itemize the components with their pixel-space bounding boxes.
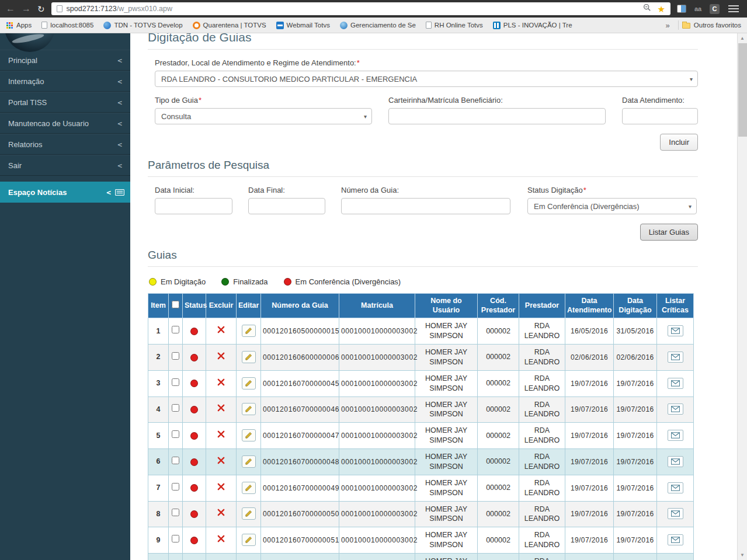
address-bar[interactable]: spod2721:7123/w_pwsx010.apw ★ [51,2,670,15]
cell-matricula: 000100010000003002 [339,370,415,396]
bookmark-star-icon[interactable]: ★ [658,5,665,13]
edit-pencil-icon[interactable] [242,351,256,363]
sidebar-item-internação[interactable]: Internação< [0,71,130,92]
cell-listar-criticas [657,396,694,423]
bookmark-item[interactable]: PLS - INOVAÇÃO | Tre [493,22,572,29]
sidebar-item-espaco-noticias[interactable]: Espaço Notícias < [0,182,130,203]
incluir-button[interactable]: Incluir [660,134,698,151]
edit-pencil-icon[interactable] [242,534,256,546]
required-mark: * [583,186,586,194]
row-checkbox[interactable] [172,404,179,412]
listar-guias-button[interactable]: Listar Guias [640,224,698,241]
delete-icon[interactable] [217,430,225,438]
delete-icon[interactable] [217,326,225,333]
mail-envelope-icon[interactable] [668,482,683,493]
delete-icon[interactable] [217,352,225,360]
bookmarks-overflow-chevron[interactable]: » [661,21,675,30]
required-mark: * [199,96,201,105]
data-atendimento-input[interactable] [622,108,698,124]
cell-excluir [206,370,237,396]
cell-data-atendimento: 19/07/2016 [565,449,614,475]
reload-button[interactable]: ↻ [37,5,45,13]
sidebar-item-sair[interactable]: Sair< [0,155,130,176]
mail-envelope-icon[interactable] [668,404,683,415]
delete-icon[interactable] [217,404,225,412]
status-dot [190,510,198,518]
browser-menu-icon[interactable] [728,8,739,9]
edit-pencil-icon[interactable] [242,507,256,520]
extension-window-icon[interactable] [677,5,686,13]
edit-pencil-icon[interactable] [242,377,256,389]
cell-data-digitacao: 19/07/2016 [614,370,657,396]
cell-editar [237,318,261,345]
bookmark-item[interactable]: TDN - TOTVS Develop [103,22,182,29]
row-checkbox[interactable] [172,430,179,438]
bookmark-item[interactable]: Apps [6,22,32,29]
edit-pencil-icon[interactable] [242,403,256,415]
data-final-input[interactable] [248,198,325,214]
tipo-guia-select[interactable]: Consulta ▾ [155,108,372,124]
cell-select [169,370,183,396]
bookmark-item[interactable]: Quarentena | TOTVS [193,22,266,29]
delete-icon[interactable] [217,378,225,386]
row-checkbox[interactable] [172,509,179,516]
mail-envelope-icon[interactable] [668,456,683,467]
bookmark-label: PLS - INOVAÇÃO | Tre [503,22,572,29]
delete-icon[interactable] [217,535,225,542]
cell-data-atendimento: 19/07/2016 [565,370,614,396]
mail-envelope-icon[interactable] [668,352,683,363]
cell-excluir [206,345,237,371]
edit-pencil-icon[interactable] [242,455,256,468]
extension-text-icon[interactable]: aa [693,5,703,12]
sidebar-item-principal[interactable]: Principal< [0,50,130,71]
bookmark-item[interactable]: RH Online Totvs [426,22,483,29]
bookmark-item[interactable]: Webmail Totvs [276,22,330,29]
cell-data-digitacao: 19/07/2016 [614,501,657,527]
scroll-up-arrow[interactable]: ▲ [738,33,747,43]
row-checkbox[interactable] [172,535,179,542]
status-dot [190,328,198,335]
edit-pencil-icon[interactable] [242,429,256,441]
cell-numero: 000120160700000045 [261,370,339,396]
numero-guia-input[interactable] [341,198,510,214]
edit-pencil-icon[interactable] [242,325,256,337]
scroll-thumb[interactable] [738,43,747,137]
mail-envelope-icon[interactable] [668,430,683,441]
delete-icon[interactable] [217,483,225,491]
row-checkbox[interactable] [172,457,179,464]
extension-c-badge-icon[interactable]: C [710,4,720,14]
other-favorites[interactable]: Outros favoritos [682,22,741,29]
cell-item: 5 [148,423,169,449]
row-checkbox[interactable] [172,378,179,386]
delete-icon[interactable] [217,509,225,516]
carteirinha-input[interactable] [388,108,606,124]
mail-envelope-icon[interactable] [668,325,683,336]
row-checkbox[interactable] [172,326,179,333]
mail-envelope-icon[interactable] [668,378,683,389]
zoom-icon[interactable] [643,4,651,14]
bookmark-item[interactable]: localhost:8085 [41,22,93,29]
delete-icon[interactable] [217,457,225,464]
back-button[interactable]: ← [6,4,15,13]
legend-dot [149,278,157,286]
mail-envelope-icon[interactable] [668,534,683,545]
mail-envelope-icon[interactable] [668,508,683,519]
select-all-checkbox[interactable] [172,301,179,308]
sidebar-item-manutencao-de-usuario[interactable]: Manutencao de Usuario< [0,113,130,134]
cell-numero: 000120160500000015 [261,318,339,345]
data-inicial-input[interactable] [155,198,232,214]
table-row: 5000120160700000047000100010000003002HOM… [148,423,694,449]
status-digitacao-select[interactable]: Em Conferência (Divergências) ▾ [527,198,697,214]
bookmark-item[interactable]: Gerenciamento de Se [340,22,416,29]
row-checkbox[interactable] [172,483,179,491]
edit-pencil-icon[interactable] [242,482,256,494]
scroll-down-arrow[interactable]: ▼ [738,550,747,560]
page-scrollbar[interactable]: ▲ ▼ [737,33,747,560]
forward-button[interactable]: → [22,4,31,13]
sidebar-item-relatorios[interactable]: Relatorios< [0,134,130,155]
cell-excluir [206,475,237,501]
sidebar-item-portal-tiss[interactable]: Portal TISS< [0,92,130,113]
prestador-select[interactable]: RDA LEANDRO - CONSULTORIO MEDICO PARTICU… [155,71,698,87]
cell-cod: 000002 [478,449,519,475]
row-checkbox[interactable] [172,352,179,360]
